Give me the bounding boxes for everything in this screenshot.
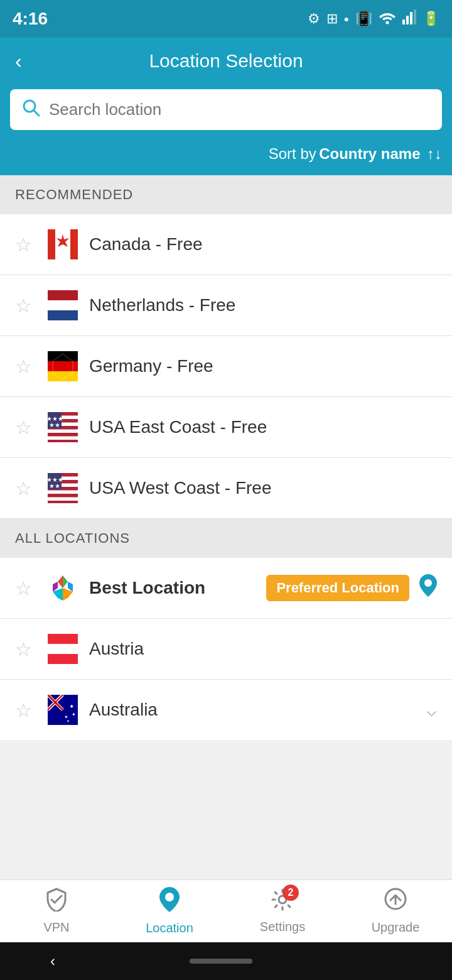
section-header-all-locations: ALL LOCATIONS [0, 519, 452, 558]
location-pin-icon [419, 574, 437, 602]
sort-label: Sort by [269, 145, 316, 162]
svg-marker-39 [58, 575, 63, 588]
svg-rect-8 [70, 229, 78, 259]
svg-point-0 [386, 21, 389, 24]
star-icon-australia[interactable]: ☆ [15, 699, 36, 721]
search-icon [21, 98, 40, 121]
location-name-canada: Canada - Free [89, 234, 437, 254]
svg-rect-3 [410, 12, 412, 24]
sort-value[interactable]: Country name [319, 145, 420, 162]
status-icons: ⚙ ⊞ ● 📳 🔋 [308, 9, 439, 28]
svg-rect-7 [48, 229, 55, 259]
flag-australia: ✦ ✦ ✦ ✦ [46, 694, 79, 726]
screen-record-icon: ⊞ [326, 11, 338, 27]
list-item[interactable]: ☆ ★★★ ★★ USA West Coast - Free [0, 458, 452, 519]
section-header-recommended: RECOMMENDED [0, 175, 452, 214]
status-time: 4:16 [13, 9, 48, 29]
svg-line-6 [34, 111, 39, 116]
svg-marker-36 [63, 575, 68, 588]
svg-point-42 [424, 579, 432, 587]
page-header: ‹ Location Selection [0, 38, 452, 82]
android-home-pill[interactable] [190, 959, 252, 964]
gear-status-icon: ⚙ [308, 11, 320, 27]
vpn-shield-icon [45, 893, 68, 916]
dot-icon: ● [344, 14, 349, 24]
android-back-button[interactable]: ‹ [50, 952, 55, 970]
svg-text:★★: ★★ [49, 482, 60, 489]
list-item[interactable]: ☆ Germany - Free [0, 336, 452, 397]
svg-rect-22 [48, 430, 78, 433]
nav-item-vpn[interactable]: VPN [0, 881, 113, 941]
svg-text:✦: ✦ [67, 719, 70, 723]
star-icon-germany[interactable]: ☆ [15, 356, 36, 378]
svg-text:★★: ★★ [49, 422, 60, 428]
location-name-germany: Germany - Free [89, 356, 437, 376]
sort-arrows-icon[interactable]: ↑↓ [427, 145, 442, 162]
svg-text:✦: ✦ [72, 712, 76, 717]
search-box [10, 89, 442, 130]
list-item[interactable]: ☆ Austria [0, 619, 452, 680]
chevron-down-icon[interactable]: ⌵ [426, 700, 437, 721]
flag-netherlands [46, 289, 79, 322]
star-icon-canada[interactable]: ☆ [15, 234, 36, 256]
status-bar: 4:16 ⚙ ⊞ ● 📳 🔋 [0, 0, 452, 38]
bottom-navigation: VPN Location 2 Settings [0, 879, 452, 942]
flag-austria [46, 633, 79, 665]
svg-point-56 [165, 893, 174, 901]
svg-rect-45 [48, 654, 78, 664]
star-icon-best[interactable]: ☆ [15, 577, 36, 599]
svg-rect-17 [48, 371, 78, 381]
nav-item-location[interactable]: Location [113, 881, 226, 942]
location-name-netherlands: Netherlands - Free [89, 295, 437, 315]
location-name-austria: Austria [89, 639, 437, 659]
page-title: Location Selection [149, 50, 303, 72]
list-item[interactable]: ☆ Canada - Free [0, 214, 452, 275]
svg-rect-4 [414, 9, 416, 24]
location-name-usa-east: USA East Coast - Free [89, 417, 437, 437]
wifi-icon [379, 9, 396, 28]
svg-rect-1 [402, 19, 405, 24]
star-icon-netherlands[interactable]: ☆ [15, 295, 36, 317]
signal-icon [402, 9, 416, 28]
list-item[interactable]: ☆ Best Location Preferred Location [0, 558, 452, 619]
flag-germany [46, 350, 79, 383]
flag-usa-east: ★★★ ★★ [46, 411, 79, 444]
svg-rect-44 [48, 644, 78, 654]
star-icon-usa-east[interactable]: ☆ [15, 416, 36, 438]
location-pin-nav-icon [159, 894, 180, 917]
list-item[interactable]: ☆ ✦ ✦ ✦ ✦ Australia ⌵ [0, 680, 452, 740]
sort-bar: Sort by Country name ↑↓ [0, 140, 452, 175]
flag-best-location [46, 572, 79, 604]
flag-usa-west: ★★★ ★★ [46, 472, 79, 504]
battery-icon: 🔋 [422, 11, 439, 27]
svg-text:✦: ✦ [69, 703, 74, 710]
nav-label-vpn: VPN [43, 920, 69, 935]
list-item[interactable]: ☆ Netherlands - Free [0, 275, 452, 336]
content-area: RECOMMENDED ☆ Canada - Free ☆ [0, 175, 452, 841]
flag-canada [46, 228, 79, 261]
location-name-australia: Australia [89, 700, 416, 720]
svg-rect-30 [48, 491, 78, 494]
svg-rect-31 [48, 498, 78, 501]
vibrate-icon: 📳 [355, 11, 372, 27]
location-name-usa-west: USA West Coast - Free [89, 478, 437, 498]
svg-rect-16 [48, 361, 78, 371]
svg-rect-2 [406, 16, 409, 24]
list-item[interactable]: ☆ ★★★ ★★ USA East Coast - Free [0, 397, 452, 458]
nav-label-upgrade: Upgrade [372, 920, 420, 935]
search-input[interactable] [49, 100, 431, 119]
location-name-best: Best Location [89, 578, 256, 598]
android-navigation-bar: ‹ [0, 942, 452, 980]
nav-item-upgrade[interactable]: Upgrade [339, 881, 452, 941]
nav-item-settings[interactable]: 2 Settings [226, 882, 339, 940]
svg-rect-23 [48, 437, 78, 440]
back-button[interactable]: ‹ [15, 50, 22, 73]
nav-label-location: Location [146, 921, 193, 935]
svg-rect-15 [48, 351, 78, 361]
settings-badge: 2 [282, 885, 299, 901]
search-container [0, 82, 452, 140]
preferred-location-badge: Preferred Location [266, 575, 409, 601]
nav-label-settings: Settings [260, 920, 305, 934]
star-icon-usa-west[interactable]: ☆ [15, 477, 36, 499]
star-icon-austria[interactable]: ☆ [15, 638, 36, 660]
